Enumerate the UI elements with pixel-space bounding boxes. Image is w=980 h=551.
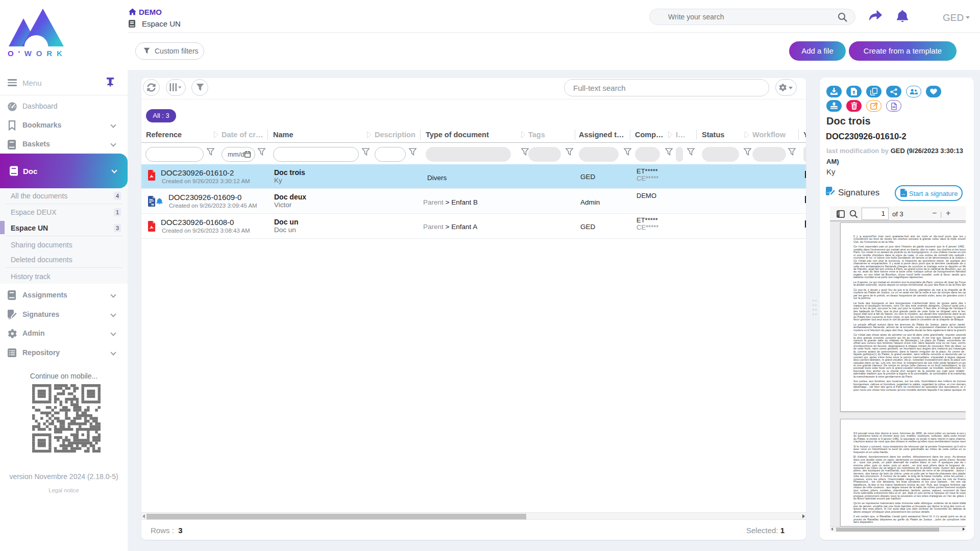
svg-text:O'WORK: O'WORK: [8, 49, 64, 58]
svg-text:w: w: [151, 203, 154, 206]
